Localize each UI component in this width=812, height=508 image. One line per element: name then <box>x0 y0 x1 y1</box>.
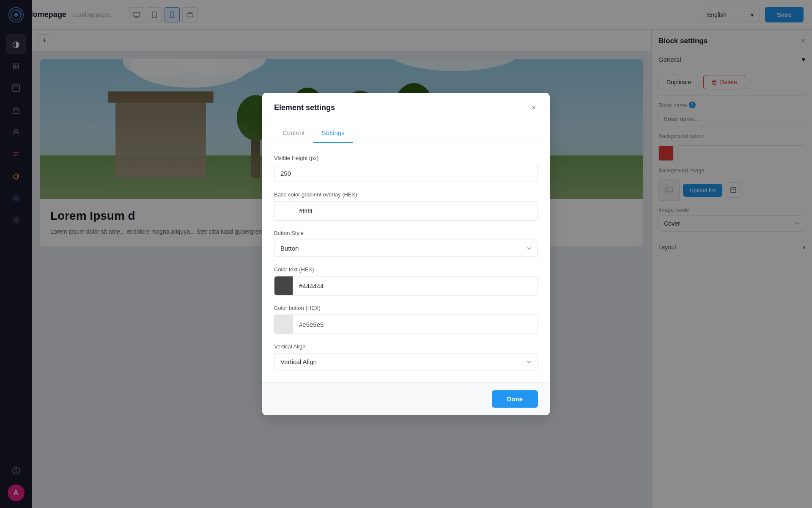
modal-header: Element settings × <box>262 93 550 123</box>
modal-close-button[interactable]: × <box>529 101 538 114</box>
color-text-field: Color text (HEX) <box>274 266 538 295</box>
element-settings-modal: Element settings × Content Settings Visi… <box>262 93 550 415</box>
color-button-label: Color button (HEX) <box>274 305 538 311</box>
modal-overlay: Element settings × Content Settings Visi… <box>0 0 812 508</box>
button-style-select[interactable]: Button Link None <box>274 240 538 257</box>
tab-content[interactable]: Content <box>274 123 313 143</box>
base-color-swatch[interactable] <box>274 202 293 220</box>
visible-height-label: Visible Height (px) <box>274 155 538 161</box>
visible-height-input[interactable] <box>274 165 538 182</box>
vertical-align-select[interactable]: Vertical Align Top Middle Bottom <box>274 353 538 370</box>
modal-title: Element settings <box>274 103 335 112</box>
modal-footer: Done <box>262 382 550 415</box>
color-text-row <box>274 276 538 295</box>
color-text-swatch[interactable] <box>274 276 293 295</box>
base-color-field: Base color gradient overlay (HEX) <box>274 191 538 221</box>
color-button-swatch[interactable] <box>274 315 293 334</box>
base-color-input[interactable] <box>293 203 538 219</box>
vertical-align-label: Vertical Align <box>274 343 538 350</box>
visible-height-field: Visible Height (px) <box>274 155 538 182</box>
color-button-field: Color button (HEX) <box>274 305 538 334</box>
color-text-label: Color text (HEX) <box>274 266 538 273</box>
done-button[interactable]: Done <box>492 390 538 408</box>
color-button-row <box>274 315 538 334</box>
color-text-input[interactable] <box>293 278 538 294</box>
base-color-label: Base color gradient overlay (HEX) <box>274 191 538 198</box>
color-button-input[interactable] <box>293 316 538 333</box>
tab-settings[interactable]: Settings <box>313 123 353 143</box>
modal-tabs: Content Settings <box>262 123 550 143</box>
button-style-field: Button Style Button Link None <box>274 230 538 257</box>
base-color-row <box>274 201 538 221</box>
button-style-label: Button Style <box>274 230 538 236</box>
vertical-align-field: Vertical Align Vertical Align Top Middle… <box>274 343 538 370</box>
modal-body: Visible Height (px) Base color gradient … <box>262 143 550 382</box>
